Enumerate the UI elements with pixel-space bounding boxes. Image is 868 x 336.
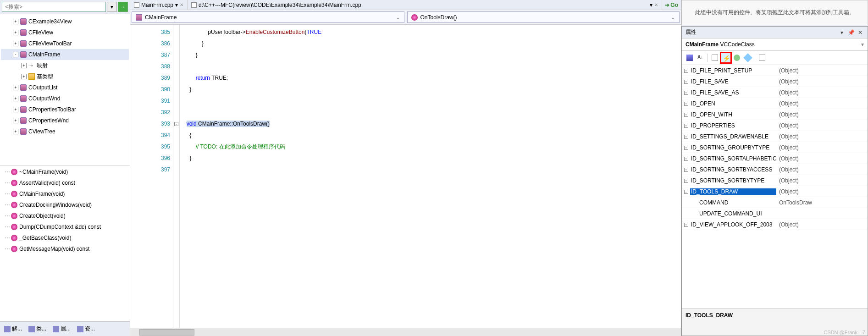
search-dropdown-button[interactable]: ▾ (107, 2, 117, 12)
property-row[interactable]: +ID_VIEW_APPLOOK_OFF_2003(Object) (682, 219, 868, 230)
property-value[interactable]: (Object) (776, 122, 868, 129)
expand-icon[interactable]: + (13, 129, 18, 134)
tree-item[interactable]: -CMainFrame (1, 49, 129, 60)
property-value[interactable]: (Object) (776, 188, 868, 195)
bottom-tab[interactable]: 类... (25, 323, 50, 335)
property-value[interactable]: (Object) (776, 166, 868, 173)
property-value[interactable]: (Object) (776, 111, 868, 118)
member-item[interactable]: ⋯~CMainFrame(void) (1, 166, 129, 177)
bottom-tab[interactable]: 属... (50, 323, 74, 335)
tree-item[interactable]: +CPropertiesWnd (1, 115, 129, 126)
categorized-button[interactable] (685, 53, 695, 63)
fold-column[interactable]: - (173, 25, 180, 328)
close-icon[interactable]: ✕ (180, 2, 183, 7)
pin-icon[interactable]: 📌 (847, 29, 855, 36)
property-row[interactable]: +ID_SETTINGS_DRAWENABLE(Object) (682, 131, 868, 142)
property-row[interactable]: UPDATE_COMMAND_UI (682, 208, 868, 219)
expand-icon[interactable]: + (682, 68, 690, 73)
messages-button[interactable] (732, 53, 742, 63)
tree-item[interactable]: +CViewTree (1, 126, 129, 137)
expand-icon[interactable]: + (682, 167, 690, 172)
tree-item[interactable]: +CExample34View (1, 16, 129, 27)
expand-icon[interactable]: - (682, 189, 690, 194)
property-list[interactable]: +ID_FILE_PRINT_SETUP(Object)+ID_FILE_SAV… (682, 65, 868, 308)
tree-item[interactable]: +COutputList (1, 82, 129, 93)
member-item[interactable]: ⋯Dump(CDumpContext &dc) const (1, 221, 129, 232)
scrollbar-thumb[interactable] (139, 329, 194, 336)
property-row[interactable]: +ID_SORTING_SORTALPHABETIC(Object) (682, 153, 868, 164)
property-row[interactable]: +ID_SORTING_SORTBYACCESS(Object) (682, 164, 868, 175)
expand-icon[interactable]: + (13, 96, 18, 101)
close-icon[interactable]: ✕ (654, 2, 658, 7)
file-tab-2[interactable]: d:\C++---MFC(review)\CODE\Example34\Exam… (188, 0, 662, 10)
expand-icon[interactable]: + (682, 145, 690, 150)
tree-item[interactable]: +⇢映射 (1, 60, 129, 71)
property-value[interactable]: (Object) (776, 144, 868, 151)
property-value[interactable]: (Object) (776, 221, 868, 228)
property-value[interactable]: (Object) (776, 100, 868, 107)
object-selector[interactable]: CMainFrame VCCodeClass ▾ (682, 39, 868, 51)
expand-icon[interactable]: + (682, 90, 690, 95)
member-item[interactable]: ⋯AssertValid(void) const (1, 177, 129, 188)
overrides-button[interactable] (743, 53, 753, 63)
class-tree[interactable]: +CExample34View+CFileView+CFileViewToolB… (0, 14, 130, 165)
dropdown-icon[interactable]: ▾ (838, 29, 846, 36)
member-item[interactable]: ⋯CreateDockingWindows(void) (1, 199, 129, 210)
properties-button[interactable] (710, 53, 720, 63)
bottom-tab[interactable]: 解... (1, 323, 25, 335)
expand-icon[interactable]: + (13, 107, 18, 112)
property-value[interactable]: (Object) (776, 133, 868, 140)
property-row[interactable]: COMMANDOnToolsDraw (682, 197, 868, 208)
events-button[interactable]: ⚡ (720, 52, 732, 64)
expand-icon[interactable]: + (13, 118, 18, 123)
property-value[interactable]: (Object) (776, 155, 868, 162)
fold-icon[interactable]: - (174, 122, 178, 126)
expand-icon[interactable]: + (682, 134, 690, 139)
property-row[interactable]: +ID_FILE_SAVE(Object) (682, 76, 868, 87)
expand-icon[interactable]: + (21, 74, 27, 79)
tree-item[interactable]: +CFileView (1, 27, 129, 38)
search-input[interactable] (2, 2, 106, 12)
expand-icon[interactable]: + (13, 85, 18, 90)
tree-item[interactable]: +基类型 (1, 71, 129, 82)
expand-icon[interactable]: + (13, 19, 18, 24)
member-tree[interactable]: ⋯~CMainFrame(void)⋯AssertValid(void) con… (0, 165, 130, 321)
member-item[interactable]: ⋯GetMessageMap(void) const (1, 243, 129, 254)
expand-icon[interactable]: + (682, 156, 690, 161)
expand-icon[interactable]: + (13, 30, 18, 35)
member-item[interactable]: ⋯CreateObject(void) (1, 210, 129, 221)
property-row[interactable]: +ID_SORTING_SORTBYTYPE(Object) (682, 175, 868, 186)
file-tab-1[interactable]: MainFrm.cpp ▾ ✕ (130, 0, 188, 10)
member-item[interactable]: ⋯CMainFrame(void) (1, 188, 129, 199)
go-button[interactable]: ➜ Go (662, 1, 681, 9)
close-icon[interactable]: ✕ (857, 29, 864, 36)
property-row[interactable]: +ID_OPEN(Object) (682, 98, 868, 109)
expand-icon[interactable]: + (682, 101, 690, 106)
bottom-tab[interactable]: 资... (74, 323, 98, 335)
function-scope-select[interactable]: OnToolsDraw() ⌄ (407, 11, 680, 23)
property-value[interactable]: (Object) (776, 67, 868, 74)
property-value[interactable]: (Object) (776, 78, 868, 85)
property-value[interactable]: OnToolsDraw (776, 199, 868, 206)
expand-icon[interactable]: + (682, 123, 690, 128)
expand-icon[interactable]: + (682, 79, 690, 84)
member-item[interactable]: ⋯_GetBaseClass(void) (1, 232, 129, 243)
property-pages-button[interactable] (757, 53, 767, 63)
property-row[interactable]: +ID_PROPERTIES(Object) (682, 120, 868, 131)
property-value[interactable]: (Object) (776, 177, 868, 184)
property-value[interactable]: (Object) (776, 89, 868, 96)
property-row[interactable]: +ID_FILE_PRINT_SETUP(Object) (682, 65, 868, 76)
expand-icon[interactable]: - (13, 52, 18, 57)
expand-icon[interactable]: + (682, 178, 690, 183)
code-area[interactable]: 385386387388389390391392393394395396397 … (130, 25, 681, 328)
tree-item[interactable]: +CPropertiesToolBar (1, 104, 129, 115)
class-scope-select[interactable]: CMainFrame ⌄ (132, 11, 404, 23)
tree-item[interactable]: +COutputWnd (1, 93, 129, 104)
search-go-button[interactable]: → (118, 2, 128, 12)
alphabetical-button[interactable]: A↓ (696, 53, 706, 63)
tree-item[interactable]: +CFileViewToolBar (1, 38, 129, 49)
property-row[interactable]: -ID_TOOLS_DRAW(Object) (682, 186, 868, 197)
property-row[interactable]: +ID_SORTING_GROUPBYTYPE(Object) (682, 142, 868, 153)
expand-icon[interactable]: + (13, 41, 18, 46)
code-text[interactable]: pUserToolbar->EnableCustomizeButton(TRUE… (180, 25, 681, 328)
